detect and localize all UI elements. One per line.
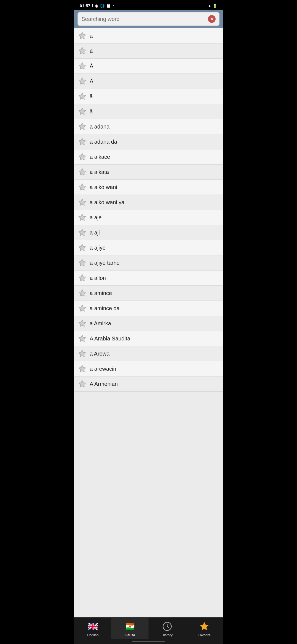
list-item[interactable]: ã: [74, 89, 223, 104]
list-item[interactable]: a arewacin: [74, 361, 223, 376]
star-icon[interactable]: [78, 183, 86, 191]
star-icon[interactable]: [78, 122, 86, 131]
word-text: a aiko wani ya: [90, 199, 125, 206]
list-item[interactable]: a ajiye: [74, 240, 223, 255]
word-text: å: [90, 108, 93, 115]
svg-marker-21: [79, 350, 86, 357]
word-text: a aikata: [90, 169, 109, 175]
svg-marker-7: [79, 138, 86, 145]
word-text: a adana da: [90, 139, 117, 145]
list-item[interactable]: a aikata: [74, 165, 223, 180]
svg-marker-22: [79, 365, 86, 372]
clipboard-icon: 📋: [106, 4, 111, 8]
svg-marker-8: [79, 154, 86, 160]
star-icon[interactable]: [78, 198, 86, 206]
battery-icon: 🔋: [213, 4, 217, 8]
list-item[interactable]: a aiko wani: [74, 180, 223, 195]
star-icon[interactable]: [78, 153, 86, 161]
svg-marker-11: [79, 199, 86, 206]
list-item[interactable]: a aji: [74, 225, 223, 240]
svg-marker-16: [79, 275, 86, 281]
list-item[interactable]: a aikace: [74, 149, 223, 165]
svg-marker-15: [79, 260, 86, 266]
svg-marker-18: [79, 305, 86, 312]
status-time: 01:57: [80, 3, 90, 8]
word-text: a amince da: [90, 305, 120, 312]
nav-icon-hausa: 🇳🇪: [124, 621, 136, 632]
list-item[interactable]: a adana: [74, 119, 223, 134]
star-icon[interactable]: [78, 213, 86, 222]
nav-label-english: English: [87, 633, 99, 637]
word-text: a adana: [90, 124, 109, 130]
word-text: Ä: [90, 78, 93, 84]
wifi-icon: ▲: [208, 4, 211, 8]
star-icon[interactable]: [78, 274, 86, 282]
list-item[interactable]: Â: [74, 59, 223, 74]
home-bar: [132, 641, 165, 642]
nav-item-favorite[interactable]: Favorite: [186, 618, 223, 639]
star-icon[interactable]: [78, 138, 86, 146]
list-item[interactable]: a amince: [74, 286, 223, 301]
list-item[interactable]: a amince da: [74, 301, 223, 316]
search-box: [78, 12, 219, 26]
home-indicator: [74, 639, 223, 644]
svg-marker-14: [79, 244, 86, 251]
list-item[interactable]: A Armenian: [74, 376, 223, 392]
list-item[interactable]: a aje: [74, 210, 223, 225]
star-icon[interactable]: [78, 304, 86, 312]
search-input[interactable]: [81, 16, 206, 22]
list-item[interactable]: A Arabia Saudita: [74, 331, 223, 346]
star-icon[interactable]: [78, 168, 86, 176]
list-item[interactable]: à: [74, 43, 223, 59]
list-item[interactable]: a ajiye tarho: [74, 255, 223, 271]
star-icon[interactable]: [78, 92, 86, 100]
list-item[interactable]: Ä: [74, 74, 223, 89]
star-icon[interactable]: [78, 350, 86, 358]
word-text: a arewacin: [90, 366, 116, 372]
svg-marker-12: [79, 214, 86, 221]
list-item[interactable]: a Amirka: [74, 316, 223, 331]
word-text: a allon: [90, 275, 106, 281]
star-icon[interactable]: [78, 62, 86, 70]
bottom-nav: 🇬🇧English🇳🇪Hausa History Favorite: [74, 617, 223, 639]
star-icon[interactable]: [78, 289, 86, 297]
star-icon[interactable]: [78, 77, 86, 85]
list-item[interactable]: a allon: [74, 271, 223, 286]
nav-item-hausa[interactable]: 🇳🇪Hausa: [111, 618, 148, 639]
svg-marker-10: [79, 184, 86, 190]
nav-item-history[interactable]: History: [148, 618, 186, 639]
word-list: a à Â Ä ã å a adana a adana da a aikace …: [74, 28, 223, 617]
clear-button[interactable]: [208, 15, 216, 23]
word-text: a aje: [90, 214, 101, 221]
word-text: ã: [90, 93, 93, 100]
star-icon[interactable]: [78, 47, 86, 55]
star-icon[interactable]: [78, 380, 86, 388]
nav-item-english[interactable]: 🇬🇧English: [74, 618, 111, 639]
nav-icon-english: 🇬🇧: [87, 621, 99, 632]
list-item[interactable]: å: [74, 104, 223, 119]
star-icon[interactable]: [78, 228, 86, 237]
star-icon[interactable]: [78, 32, 86, 40]
word-text: a ajiye: [90, 245, 106, 251]
word-text: a ajiye tarho: [90, 260, 120, 266]
list-item[interactable]: a adana da: [74, 134, 223, 149]
svg-marker-13: [79, 229, 86, 236]
svg-marker-19: [79, 320, 86, 327]
list-item[interactable]: a aiko wani ya: [74, 195, 223, 210]
list-item[interactable]: a Arewa: [74, 346, 223, 361]
star-icon[interactable]: [78, 334, 86, 343]
star-icon[interactable]: [78, 365, 86, 373]
list-item[interactable]: a: [74, 28, 223, 43]
star-icon[interactable]: [78, 107, 86, 116]
star-icon[interactable]: [78, 319, 86, 328]
nav-icon-history: [161, 621, 173, 632]
star-icon[interactable]: [78, 259, 86, 267]
word-text: a Amirka: [90, 320, 111, 327]
star-icon[interactable]: [78, 244, 86, 252]
status-right: ▲ 🔋: [208, 4, 217, 8]
nav-label-hausa: Hausa: [125, 633, 135, 637]
svg-marker-2: [79, 63, 86, 69]
svg-marker-0: [79, 32, 86, 39]
nav-label-favorite: Favorite: [198, 633, 211, 637]
dot-icon: ●: [112, 4, 114, 7]
